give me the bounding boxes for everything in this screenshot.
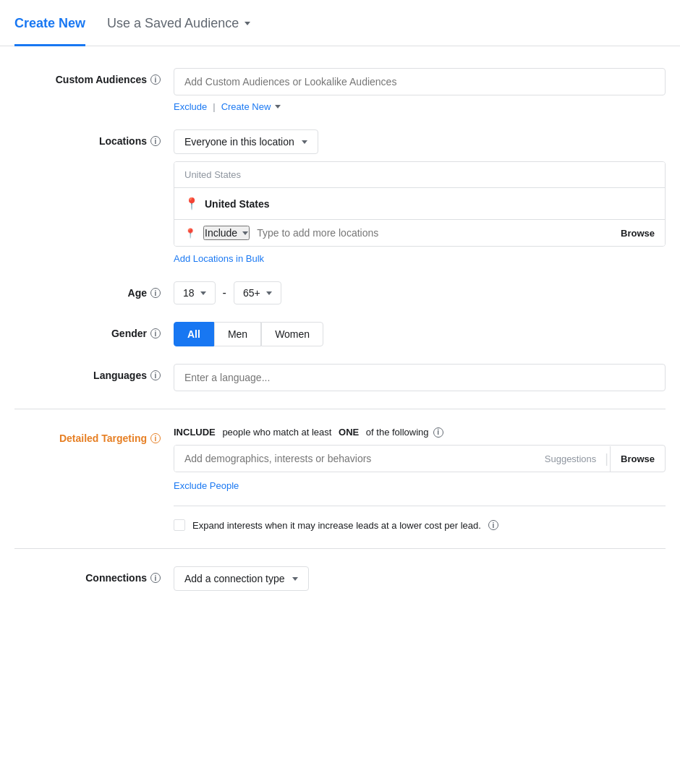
targeting-input[interactable] [174, 446, 537, 472]
exclude-people-container: Exclude People [174, 480, 666, 491]
location-search-label: United States [174, 162, 665, 188]
targeting-description: INCLUDE people who match at least ONE of… [174, 427, 666, 438]
connections-caret-icon [292, 577, 298, 581]
targeting-following-text: of the following [363, 427, 428, 438]
languages-content [174, 364, 666, 391]
custom-audiences-label: Custom Audiences [56, 74, 147, 85]
gender-section: Gender i All Men Women [14, 322, 666, 346]
gender-info-icon[interactable]: i [150, 328, 161, 338]
locations-section: Locations i Everyone in this location Un… [14, 129, 666, 264]
connections-info-icon[interactable]: i [150, 573, 161, 583]
include-caret-icon [242, 231, 248, 235]
tab-use-saved[interactable]: Use a Saved Audience [107, 0, 250, 46]
location-type-label: Everyone in this location [184, 136, 294, 148]
add-bulk-link-container: Add Locations in Bulk [174, 252, 666, 264]
detailed-targeting-content: INCLUDE people who match at least ONE of… [174, 427, 666, 531]
locations-label: Locations [99, 135, 147, 147]
age-label-container: Age i [14, 281, 174, 299]
targeting-include-text: INCLUDE [174, 427, 216, 438]
custom-audiences-label-container: Custom Audiences i [14, 68, 174, 85]
tabs-bar: Create New Use a Saved Audience [0, 0, 680, 46]
custom-audiences-links: Exclude | Create New [174, 101, 666, 112]
location-browse-button[interactable]: Browse [621, 228, 655, 239]
age-min-caret-icon [200, 291, 206, 295]
location-pin-small-icon: 📍 [184, 228, 196, 239]
languages-section: Languages i [14, 364, 666, 391]
include-label: Include [205, 227, 237, 239]
targeting-one-text: ONE [339, 427, 359, 438]
age-dash: - [223, 286, 226, 299]
locations-label-container: Locations i [14, 129, 174, 147]
age-max-dropdown[interactable]: 65+ [234, 281, 281, 304]
connections-type-dropdown[interactable]: Add a connection type [174, 566, 309, 591]
exclude-people-link[interactable]: Exclude People [174, 480, 239, 491]
location-selected-row: 📍 United States [174, 188, 665, 220]
gender-women-button[interactable]: Women [261, 322, 323, 346]
gender-men-button[interactable]: Men [214, 322, 261, 346]
add-bulk-link[interactable]: Add Locations in Bulk [174, 253, 264, 264]
detailed-targeting-info-icon[interactable]: i [150, 433, 161, 443]
custom-audiences-section: Custom Audiences i Exclude | Create New [14, 68, 666, 112]
tab-saved-label: Use a Saved Audience [107, 16, 239, 31]
languages-input[interactable] [174, 364, 666, 391]
locations-content: Everyone in this location United States … [174, 129, 666, 264]
pin-icon: 📍 [184, 197, 199, 210]
connections-label-container: Connections i [14, 566, 174, 584]
connections-type-label: Add a connection type [184, 573, 285, 584]
gender-all-button[interactable]: All [174, 322, 214, 346]
gender-label-container: Gender i [14, 322, 174, 339]
gender-row: All Men Women [174, 322, 666, 346]
targeting-description-info-icon[interactable]: i [433, 427, 443, 438]
detailed-targeting-label: Detailed Targeting [59, 433, 147, 444]
age-max-value: 65+ [243, 287, 260, 299]
location-type-dropdown[interactable]: Everyone in this location [174, 129, 318, 154]
expand-interests-info-icon[interactable]: i [488, 520, 498, 530]
custom-audiences-info-icon[interactable]: i [150, 74, 161, 85]
gender-content: All Men Women [174, 322, 666, 346]
targeting-browse-button[interactable]: Browse [610, 446, 665, 472]
detailed-targeting-section: Detailed Targeting i INCLUDE people who … [14, 427, 666, 531]
connections-content: Add a connection type [174, 566, 666, 591]
age-info-icon[interactable]: i [150, 288, 161, 298]
age-row: 18 - 65+ [174, 281, 666, 304]
age-min-dropdown[interactable]: 18 [174, 281, 216, 304]
age-content: 18 - 65+ [174, 281, 666, 304]
targeting-separator: | [603, 451, 610, 466]
age-section: Age i 18 - 65+ [14, 281, 666, 304]
location-type-caret-icon [302, 140, 307, 144]
create-new-caret-icon [275, 105, 281, 108]
connections-label: Connections [85, 572, 147, 584]
custom-audiences-content: Exclude | Create New [174, 68, 666, 112]
create-new-label: Create New [221, 101, 271, 112]
age-min-value: 18 [183, 287, 195, 299]
location-input-row: 📍 Include Browse [174, 220, 665, 246]
expand-interests-checkbox[interactable] [174, 519, 185, 531]
expand-interests-text: Expand interests when it may increase le… [192, 520, 481, 531]
tab-saved-caret-icon [245, 22, 250, 25]
targeting-input-box: Suggestions | Browse [174, 445, 666, 472]
exclude-link[interactable]: Exclude [174, 101, 207, 112]
location-selected-name: United States [205, 198, 269, 210]
gender-label: Gender [111, 328, 147, 339]
targeting-match-text: people who match at least [220, 427, 334, 438]
languages-info-icon[interactable]: i [150, 370, 161, 380]
targeting-suggestions-label[interactable]: Suggestions [537, 453, 604, 464]
main-content: Custom Audiences i Exclude | Create New … [0, 46, 680, 630]
age-label: Age [128, 287, 147, 299]
custom-audiences-input[interactable] [174, 68, 666, 95]
section-divider-2 [14, 548, 666, 549]
locations-info-icon[interactable]: i [150, 136, 161, 146]
section-divider-1 [14, 409, 666, 409]
age-max-caret-icon [266, 291, 272, 295]
create-new-link[interactable]: Create New [221, 101, 281, 112]
languages-label: Languages [93, 370, 147, 381]
location-type-input[interactable] [257, 227, 613, 239]
expand-interests-row: Expand interests when it may increase le… [174, 506, 666, 531]
languages-label-container: Languages i [14, 364, 174, 381]
connections-section: Connections i Add a connection type [14, 566, 666, 591]
location-box: United States 📍 United States 📍 Include … [174, 161, 666, 247]
tab-create-new[interactable]: Create New [14, 0, 85, 46]
detailed-targeting-label-container: Detailed Targeting i [14, 427, 174, 444]
link-divider: | [213, 101, 215, 112]
include-dropdown[interactable]: Include [203, 226, 250, 240]
